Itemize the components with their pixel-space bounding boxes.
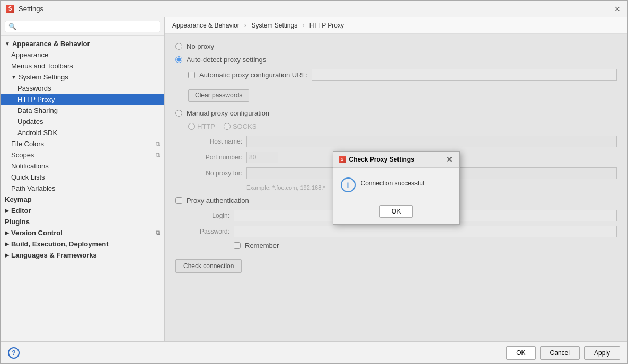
main-content: ▼ Appearance & Behavior Appearance Menus… [1,17,627,341]
sidebar-item-scopes[interactable]: Scopes ⧉ [1,149,164,161]
dialog-overlay: S Check Proxy Settings ✕ i Connection su… [165,34,627,341]
sidebar-item-plugins[interactable]: Plugins [1,216,164,227]
sidebar-item-path-variables[interactable]: Path Variables [1,183,164,194]
build-expand: ▶ [5,241,9,247]
vc-expand: ▶ [5,230,9,236]
settings-content: No proxy Auto-detect proxy settings Auto… [165,34,627,341]
sidebar-item-version-control[interactable]: ▶ Version Control ⧉ [1,227,164,238]
dialog-close-button[interactable]: ✕ [445,155,454,164]
search-box [1,17,164,36]
close-button[interactable]: ✕ [613,4,622,14]
dialog-body: i Connection successful [333,168,459,201]
sidebar-item-menus-toolbars[interactable]: Menus and Toolbars [1,60,164,72]
breadcrumb-sep1: › [244,22,246,29]
sidebar-item-android-sdk[interactable]: Android SDK [1,127,164,138]
ok-button[interactable]: OK [506,346,535,360]
breadcrumb-sep2: › [302,22,304,29]
sidebar-item-notifications[interactable]: Notifications [1,161,164,172]
title-bar: S Settings ✕ [1,1,627,17]
sidebar: ▼ Appearance & Behavior Appearance Menus… [1,17,165,341]
sidebar-item-passwords[interactable]: Passwords [1,83,164,94]
title-bar-left: S Settings [6,5,43,13]
copy-icon2: ⧉ [156,152,160,158]
check-proxy-dialog: S Check Proxy Settings ✕ i Connection su… [333,151,460,225]
sidebar-item-keymap[interactable]: Keymap [1,194,164,205]
breadcrumb: Appearance & Behavior › System Settings … [165,17,627,34]
dialog-app-icon: S [339,156,346,163]
sidebar-item-build-execution[interactable]: ▶ Build, Execution, Deployment [1,238,164,250]
expand-icon: ▼ [5,41,10,47]
sidebar-item-appearance[interactable]: Appearance [1,49,164,60]
sidebar-item-data-sharing[interactable]: Data Sharing [1,105,164,116]
app-icon: S [6,5,14,13]
bottom-bar: ? OK Cancel Apply [1,341,627,363]
sidebar-item-system-settings[interactable]: ▼ System Settings [1,72,164,83]
system-settings-expand: ▼ [11,74,16,80]
info-icon: i [341,177,356,192]
dialog-message: Connection successful [361,176,424,187]
editor-expand: ▶ [5,208,9,214]
copy-icon3: ⧉ [156,229,160,236]
copy-icon: ⧉ [156,140,160,147]
dialog-title-text: Check Proxy Settings [349,156,414,163]
apply-button[interactable]: Apply [584,346,620,360]
sidebar-item-languages-frameworks[interactable]: ▶ Languages & Frameworks [1,250,164,261]
settings-window: S Settings ✕ ▼ Appearance & Behavior App… [0,0,628,364]
sidebar-item-updates[interactable]: Updates [1,116,164,127]
dialog-title-left: S Check Proxy Settings [339,156,414,163]
sidebar-item-editor[interactable]: ▶ Editor [1,205,164,216]
sidebar-item-http-proxy[interactable]: HTTP Proxy [1,94,164,105]
sidebar-item-appearance-behavior[interactable]: ▼ Appearance & Behavior [1,38,164,49]
main-panel: Appearance & Behavior › System Settings … [165,17,627,341]
sidebar-item-file-colors[interactable]: File Colors ⧉ [1,138,164,149]
cancel-button[interactable]: Cancel [540,346,580,360]
help-button[interactable]: ? [8,347,20,359]
lang-expand: ▶ [5,252,9,258]
dialog-ok-button[interactable]: OK [379,205,413,218]
sidebar-tree: ▼ Appearance & Behavior Appearance Menus… [1,36,164,341]
dialog-title-bar: S Check Proxy Settings ✕ [333,152,459,168]
search-input[interactable] [5,21,160,32]
window-title: Settings [19,5,43,13]
dialog-footer: OK [333,201,459,224]
sidebar-item-quick-lists[interactable]: Quick Lists [1,172,164,183]
